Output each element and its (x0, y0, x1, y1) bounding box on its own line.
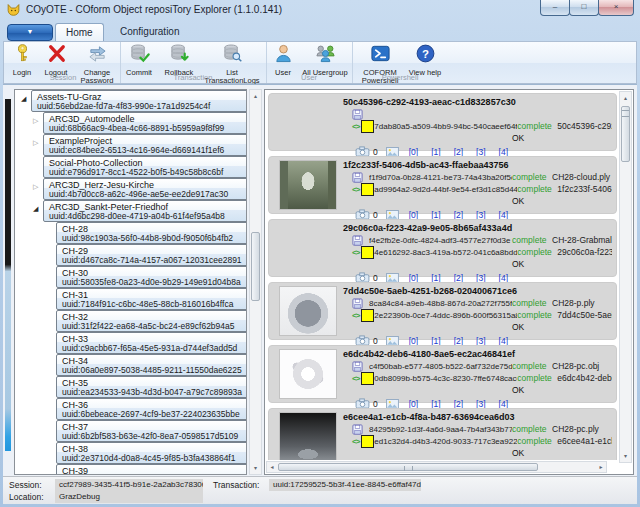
tree-item[interactable]: CH-30uuid:58035fe8-0a23-4d0e-9b29-149e91… (15, 266, 246, 288)
list-item[interactable]: 50c45396-c292-4193-aeac-c1d832857c30 <> … (268, 93, 617, 151)
tree-item[interactable]: CH-31uuid:7184f91c-c6bc-48e5-88cb-816016… (15, 288, 246, 310)
rep-link-0[interactable]: [0] (409, 147, 418, 157)
tree-scrollbar[interactable]: ▴ ▾ (249, 89, 262, 475)
rep-link-1[interactable]: [1] (431, 210, 440, 220)
tab-home[interactable]: Home (55, 23, 104, 41)
rep-link-1[interactable]: [1] (431, 336, 440, 346)
scroll-up-icon[interactable]: ▴ (250, 91, 261, 101)
tree-item[interactable]: ▷ ExampleProjectuuid:ec84bee2-6513-4c16-… (15, 134, 246, 156)
all-usergroup-button[interactable]: All Usergroup (300, 42, 350, 75)
rep-link-3[interactable]: [3] (476, 336, 485, 346)
scroll-left-icon[interactable]: ◂ (267, 462, 277, 472)
view-help-button[interactable]: ? View help (408, 42, 442, 75)
location-label: Location: (9, 492, 55, 502)
tree-item[interactable]: CH-33uuid:c9acbb67-f65a-45e5-931a-d744ef… (15, 332, 246, 354)
tree-item[interactable]: CH-32uuid:31f2f422-ea68-4a5c-bc24-e89cf6… (15, 310, 246, 332)
tree-item[interactable]: CH-37uuid:6b2bf583-b63e-42f0-8ea7-059851… (15, 420, 246, 442)
rep-link-2[interactable]: [2] (454, 147, 463, 157)
attachment-count: 0 (373, 336, 378, 346)
usergroup-icon (315, 43, 336, 68)
rep-link-3[interactable]: [3] (476, 210, 485, 220)
object-title: e6dc4b42-deb6-4180-8ae5-ec2ac46841ef (343, 349, 612, 360)
scroll-right-icon[interactable]: ▸ (596, 462, 606, 472)
tab-configuration[interactable]: Configuration (110, 23, 189, 41)
tree-item[interactable]: CH-36uuid:6bebeace-2697-4cf9-be37-224023… (15, 398, 246, 420)
tree-item[interactable]: CH-34uuid:06a0e897-5038-4485-9211-11550d… (15, 354, 246, 376)
thumbnail (279, 349, 337, 399)
tree-item[interactable]: ▷ ARC3D_Herz-Jesu-Kircheuuid:4b7d0cc8-a6… (15, 178, 246, 200)
scroll-up-icon[interactable]: ▴ (620, 93, 631, 103)
list-hscrollbar[interactable]: ◂ ▸ (266, 461, 607, 473)
commit-button[interactable]: Commit (120, 42, 158, 75)
rep-link-2[interactable]: [2] (454, 210, 463, 220)
tree-item[interactable]: CH-29uuid:d467ca8c-714a-4157-a067-12031c… (15, 244, 246, 266)
list-item[interactable]: 7dd4c50e-5aeb-4251-b268-020400671ce6 8ca… (268, 282, 617, 340)
expander-collapsed-icon[interactable]: ▷ (33, 183, 38, 191)
rep-link-0[interactable]: [0] (409, 399, 418, 409)
list-vscrollbar-thumb[interactable] (621, 106, 630, 162)
list-item[interactable]: e6cee4a1-e1cb-4f8a-b487-63694cea6d03 842… (268, 408, 617, 460)
expander-expanded-icon[interactable]: ◢ (21, 95, 26, 103)
expander-collapsed-icon[interactable]: ▷ (33, 117, 38, 125)
rep-link-3[interactable]: [3] (476, 147, 485, 157)
rep-link-4[interactable]: [4] (499, 399, 508, 409)
client-area: ◢ Assets-TU-Grazuuid:56ebd2ae-fd7a-4f83-… (3, 84, 637, 477)
camera-icon[interactable] (355, 458, 370, 461)
ok-status: OK (512, 133, 552, 143)
tree-item[interactable]: CH-39uuid:f55656ab-de69-4993-a36f-46f9f7… (15, 464, 246, 475)
expander-expanded-icon[interactable]: ◢ (33, 205, 38, 213)
rep-link-0[interactable]: [0] (409, 210, 418, 220)
rep-link-2[interactable]: [2] (454, 399, 463, 409)
change-password-button[interactable]: Change Password (74, 42, 120, 75)
rep-link-0[interactable]: [0] (409, 336, 418, 346)
rep-link-4[interactable]: [4] (499, 210, 508, 220)
tree-item[interactable]: CH-35uuid:ea234533-943b-4d3d-b047-a79c7c… (15, 376, 246, 398)
tree-item[interactable]: ◢ Assets-TU-Grazuuid:56ebd2ae-fd7a-4f83-… (15, 90, 246, 112)
tree-item[interactable]: ▷ ARC3D_Automodelleuuid:68b66ac9-4bea-4c… (15, 112, 246, 134)
svg-text:?: ? (422, 48, 429, 60)
rep-link-2[interactable]: [2] (454, 273, 463, 283)
group-label-user: User (266, 73, 352, 82)
attachment-count: 0 (373, 147, 378, 157)
coform-powershell-button[interactable]: COFORM Powershell (352, 42, 408, 75)
list-item[interactable]: 1f2c233f-5406-4d5b-ac43-ffaebaa43756 f1f… (268, 156, 617, 214)
expander-collapsed-icon[interactable]: ▷ (33, 139, 38, 147)
list-transactionlogs-button[interactable]: List TransactionLogs (200, 42, 264, 75)
scroll-down-icon[interactable]: ▾ (620, 451, 631, 461)
ribbon-group-transaction: Commit Rollback List TransactionLogs Tra… (120, 42, 267, 83)
logout-button[interactable]: Logout (38, 42, 74, 75)
user-button[interactable]: User (266, 42, 300, 75)
rep-link-4[interactable]: [4] (499, 147, 508, 157)
highlight-square-icon (361, 435, 374, 448)
tree-scrollbar-thumb[interactable] (251, 232, 260, 301)
swap-arrows-icon (87, 43, 108, 68)
rep-link-4[interactable]: [4] (499, 336, 508, 346)
tree-item[interactable]: ◢ ARC3D_Sankt-Peter-Friedhofuuid:4d6bc29… (15, 200, 246, 222)
status-bar: Session: ccf27989-3435-41f5-b91e-2a2ab3c… (3, 476, 637, 504)
rep-link-2[interactable]: [2] (454, 336, 463, 346)
scroll-down-icon[interactable]: ▾ (250, 463, 261, 473)
rep-link-1[interactable]: [1] (431, 273, 440, 283)
minimize-button[interactable]: – (540, 0, 570, 16)
list-vscrollbar[interactable]: ▴ ▾ (619, 91, 632, 463)
rep-link-4[interactable]: [4] (499, 273, 508, 283)
rep-link-1[interactable]: [1] (431, 399, 440, 409)
rollback-button[interactable]: Rollback (158, 42, 200, 75)
picture-icon[interactable] (386, 458, 399, 461)
rep-link-3[interactable]: [3] (476, 273, 485, 283)
app-menu-button[interactable]: ▼ (7, 24, 53, 41)
floppy-icon (343, 424, 369, 435)
maximize-button[interactable]: □ (569, 0, 599, 16)
tree-item[interactable]: CH-28uuid:98c1903a-56f0-44b8-9b0d-f9050f… (15, 222, 246, 244)
tree-item[interactable]: CH-38uuid:2e3710d4-d0a8-4c45-9f85-b3fa43… (15, 442, 246, 464)
list-item[interactable]: 29c06c0a-f223-42a9-9e05-8b65af433a4d f4e… (268, 219, 617, 277)
login-button[interactable]: Login (6, 42, 38, 75)
object-title: 50c45396-c292-4193-aeac-c1d832857c30 (343, 97, 612, 108)
tree-item[interactable]: Social-Photo-Collectionuuid:e796d917-8cc… (15, 156, 246, 178)
rep-link-0[interactable]: [0] (409, 273, 418, 283)
rep-link-1[interactable]: [1] (431, 147, 440, 157)
close-button[interactable]: × (598, 0, 634, 16)
list-hscrollbar-thumb[interactable] (278, 463, 538, 471)
list-item[interactable]: e6dc4b42-deb6-4180-8ae5-ec2ac46841ef c4f… (268, 345, 617, 403)
rep-link-3[interactable]: [3] (476, 399, 485, 409)
